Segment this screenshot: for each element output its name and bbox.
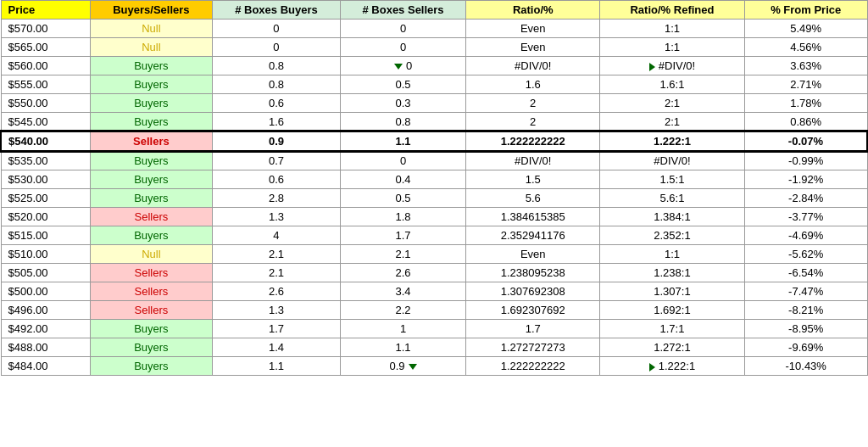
cell-boxes-sellers: 2.2 [340, 301, 466, 320]
cell-price: $550.00 [1, 94, 90, 113]
cell-ratio-refined: 1.272:1 [600, 338, 745, 357]
table-row: $550.00Buyers0.60.322:11.78% [1, 94, 867, 113]
cell-ratio-refined: 1.5:1 [600, 170, 745, 189]
table-row: $484.00Buyers1.10.91.2222222221.222:1-10… [1, 357, 867, 376]
cell-boxes-sellers: 0 [340, 151, 466, 170]
cell-ratio: 1.6 [466, 75, 600, 94]
cell-price: $555.00 [1, 75, 90, 94]
cell-boxes-buyers: 1.3 [213, 208, 341, 226]
cell-price: $530.00 [1, 170, 90, 189]
cell-ratio-refined: 1.222:1 [600, 131, 745, 151]
cell-boxes-buyers: 0.7 [213, 151, 341, 170]
cell-price: $496.00 [1, 301, 90, 320]
cell-from-price: 1.78% [744, 94, 867, 113]
cell-ratio: 2.352941176 [466, 226, 600, 245]
table-row: $496.00Sellers1.32.21.6923076921.692:1-8… [1, 301, 867, 320]
cell-ratio-refined: 1:1 [600, 38, 745, 57]
cell-ratio-refined: 2:1 [600, 113, 745, 132]
cell-ratio-refined: #DIV/0! [600, 151, 745, 170]
cell-ratio-refined: 1.384:1 [600, 208, 745, 226]
cell-boxes-sellers: 0.8 [340, 113, 466, 132]
cell-boxes-sellers: 0 [340, 38, 466, 57]
cell-from-price: 4.56% [744, 38, 867, 57]
cell-boxes-buyers: 4 [213, 226, 341, 245]
cell-buyers-sellers: Buyers [90, 94, 213, 113]
cell-ratio-refined: #DIV/0! [600, 57, 745, 75]
cell-buyers-sellers: Buyers [90, 338, 213, 357]
cell-from-price: -3.77% [744, 208, 867, 226]
cell-from-price: -9.69% [744, 338, 867, 357]
cell-ratio: 1.272727273 [466, 338, 600, 357]
cell-ratio: 1.384615385 [466, 208, 600, 226]
cell-boxes-buyers: 0 [213, 38, 341, 57]
cell-from-price: -0.07% [744, 131, 867, 151]
cell-ratio-refined: 1.6:1 [600, 75, 745, 94]
cell-boxes-sellers: 0.5 [340, 189, 466, 208]
cell-buyers-sellers: Buyers [90, 151, 213, 170]
cell-price: $500.00 [1, 282, 90, 301]
cell-buyers-sellers: Buyers [90, 113, 213, 132]
cell-price: $492.00 [1, 320, 90, 338]
table-row: $565.00Null00Even1:14.56% [1, 38, 867, 57]
table-row: $545.00Buyers1.60.822:10.86% [1, 113, 867, 132]
cell-ratio: 1.307692308 [466, 282, 600, 301]
cell-boxes-sellers: 1.8 [340, 208, 466, 226]
cell-boxes-sellers: 0.9 [340, 357, 466, 376]
cell-ratio: #DIV/0! [466, 151, 600, 170]
cell-from-price: 5.49% [744, 20, 867, 38]
cell-from-price: -4.69% [744, 226, 867, 245]
header-ratio: Ratio/% [466, 1, 600, 20]
cell-ratio: 1.5 [466, 170, 600, 189]
cell-boxes-buyers: 0.6 [213, 94, 341, 113]
cell-boxes-buyers: 2.6 [213, 282, 341, 301]
cell-buyers-sellers: Null [90, 20, 213, 38]
cell-buyers-sellers: Buyers [90, 357, 213, 376]
cell-from-price: -6.54% [744, 264, 867, 282]
cell-price: $515.00 [1, 226, 90, 245]
cell-ratio-refined: 1.222:1 [600, 357, 745, 376]
cell-boxes-buyers: 2.1 [213, 264, 341, 282]
cell-ratio: 2 [466, 113, 600, 132]
cell-ratio: Even [466, 38, 600, 57]
cell-ratio: #DIV/0! [466, 57, 600, 75]
table-row: $535.00Buyers0.70#DIV/0!#DIV/0!-0.99% [1, 151, 867, 170]
cell-price: $565.00 [1, 38, 90, 57]
cell-boxes-buyers: 0.6 [213, 170, 341, 189]
cell-boxes-sellers: 1 [340, 320, 466, 338]
cell-ratio-refined: 1:1 [600, 245, 745, 264]
cell-price: $505.00 [1, 264, 90, 282]
header-boxes-buyers: # Boxes Buyers [213, 1, 341, 20]
cell-boxes-sellers: 1.1 [340, 338, 466, 357]
header-price: Price [1, 1, 90, 20]
table-row: $505.00Sellers2.12.61.2380952381.238:1-6… [1, 264, 867, 282]
cell-ratio: 1.7 [466, 320, 600, 338]
cell-buyers-sellers: Buyers [90, 57, 213, 75]
cell-buyers-sellers: Buyers [90, 75, 213, 94]
cell-ratio-refined: 1:1 [600, 20, 745, 38]
cell-price: $525.00 [1, 189, 90, 208]
cell-boxes-sellers: 0 [340, 57, 466, 75]
cell-ratio-refined: 1.307:1 [600, 282, 745, 301]
cell-boxes-sellers: 1.7 [340, 226, 466, 245]
table-row: $510.00Null2.12.1Even1:1-5.62% [1, 245, 867, 264]
cell-from-price: -0.99% [744, 151, 867, 170]
cell-boxes-sellers: 2.6 [340, 264, 466, 282]
cell-boxes-sellers: 3.4 [340, 282, 466, 301]
cell-price: $535.00 [1, 151, 90, 170]
cell-price: $570.00 [1, 20, 90, 38]
cell-ratio: 1.222222222 [466, 131, 600, 151]
cell-ratio-refined: 5.6:1 [600, 189, 745, 208]
cell-price: $488.00 [1, 338, 90, 357]
cell-boxes-buyers: 0.8 [213, 75, 341, 94]
table-row: $525.00Buyers2.80.55.65.6:1-2.84% [1, 189, 867, 208]
cell-boxes-buyers: 1.6 [213, 113, 341, 132]
cell-ratio: 1.222222222 [466, 357, 600, 376]
cell-boxes-sellers: 0.5 [340, 75, 466, 94]
cell-boxes-buyers: 2.8 [213, 189, 341, 208]
cell-from-price: 3.63% [744, 57, 867, 75]
table-row: $515.00Buyers41.72.3529411762.352:1-4.69… [1, 226, 867, 245]
table-row: $555.00Buyers0.80.51.61.6:12.71% [1, 75, 867, 94]
cell-from-price: -1.92% [744, 170, 867, 189]
header-buyers-sellers: Buyers/Sellers [90, 1, 213, 20]
cell-ratio: Even [466, 245, 600, 264]
